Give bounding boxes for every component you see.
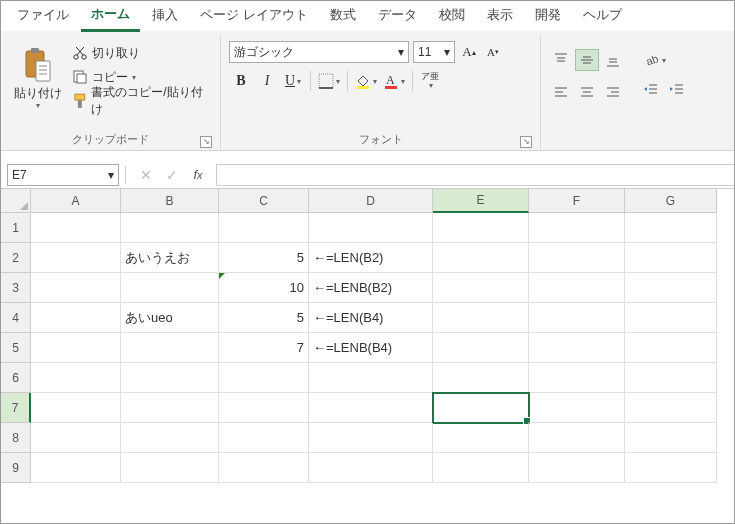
cell-G3[interactable] [625,273,717,303]
enter-formula-button[interactable]: ✓ [160,164,184,186]
row-header-7[interactable]: 7 [1,393,31,423]
increase-indent-button[interactable] [665,79,689,101]
phonetic-button[interactable]: ア亜 ▾ [418,69,442,93]
dialog-launcher-icon[interactable]: ↘ [520,136,532,148]
row-header-9[interactable]: 9 [1,453,31,483]
formula-input[interactable] [216,164,734,186]
menu-tab-校閲[interactable]: 校閲 [429,2,475,30]
font-size-select[interactable]: 11 ▾ [413,41,455,63]
underline-button[interactable]: U ▾ [281,69,305,93]
column-header-B[interactable]: B [121,189,219,213]
dialog-launcher-icon[interactable]: ↘ [200,136,212,148]
cell-B3[interactable] [121,273,219,303]
menu-tab-開発[interactable]: 開発 [525,2,571,30]
cell-B7[interactable] [121,393,219,423]
cell-C3[interactable]: 10 [219,273,309,303]
cell-C5[interactable]: 7 [219,333,309,363]
cell-E3[interactable] [433,273,529,303]
cell-B8[interactable] [121,423,219,453]
cell-F6[interactable] [529,363,625,393]
cell-E8[interactable] [433,423,529,453]
paste-button[interactable]: 貼り付け ▾ [9,37,68,119]
cell-E4[interactable] [433,303,529,333]
font-name-select[interactable]: 游ゴシック ▾ [229,41,409,63]
row-header-8[interactable]: 8 [1,423,31,453]
cell-A2[interactable] [31,243,121,273]
cell-C4[interactable]: 5 [219,303,309,333]
name-box[interactable]: E7 ▾ [7,164,119,186]
cell-F5[interactable] [529,333,625,363]
cell-G4[interactable] [625,303,717,333]
cell-E6[interactable] [433,363,529,393]
row-header-6[interactable]: 6 [1,363,31,393]
menu-tab-ページ レイアウト[interactable]: ページ レイアウト [190,2,318,30]
cell-A8[interactable] [31,423,121,453]
row-header-2[interactable]: 2 [1,243,31,273]
cell-D7[interactable] [309,393,433,423]
align-top-button[interactable] [549,49,573,71]
cell-D3[interactable]: ←=LENB(B2) [309,273,433,303]
insert-function-button[interactable]: fx [186,164,210,186]
cell-G8[interactable] [625,423,717,453]
cell-C7[interactable] [219,393,309,423]
row-header-4[interactable]: 4 [1,303,31,333]
cell-G6[interactable] [625,363,717,393]
cell-F2[interactable] [529,243,625,273]
cell-B9[interactable] [121,453,219,483]
cell-F8[interactable] [529,423,625,453]
cell-B4[interactable]: あいueo [121,303,219,333]
row-header-5[interactable]: 5 [1,333,31,363]
column-header-F[interactable]: F [529,189,625,213]
align-middle-button[interactable] [575,49,599,71]
font-color-button[interactable]: A ▾ [381,69,407,93]
cell-D5[interactable]: ←=LENB(B4) [309,333,433,363]
align-bottom-button[interactable] [601,49,625,71]
menu-tab-ファイル[interactable]: ファイル [7,2,79,30]
cell-D4[interactable]: ←=LEN(B4) [309,303,433,333]
cell-C1[interactable] [219,213,309,243]
cell-B6[interactable] [121,363,219,393]
cell-G7[interactable] [625,393,717,423]
cell-F9[interactable] [529,453,625,483]
cell-F4[interactable] [529,303,625,333]
cell-G9[interactable] [625,453,717,483]
cell-E9[interactable] [433,453,529,483]
cell-C6[interactable] [219,363,309,393]
cell-F1[interactable] [529,213,625,243]
decrease-indent-button[interactable] [639,79,663,101]
align-center-button[interactable] [575,81,599,103]
row-header-3[interactable]: 3 [1,273,31,303]
cell-E2[interactable] [433,243,529,273]
select-all-corner[interactable] [1,189,31,213]
menu-tab-ヘルプ[interactable]: ヘルプ [573,2,632,30]
column-header-C[interactable]: C [219,189,309,213]
cell-G1[interactable] [625,213,717,243]
cell-B5[interactable] [121,333,219,363]
decrease-font-button[interactable]: A▾ [483,41,503,63]
cell-A5[interactable] [31,333,121,363]
cell-D6[interactable] [309,363,433,393]
cell-C9[interactable] [219,453,309,483]
column-header-D[interactable]: D [309,189,433,213]
orientation-button[interactable]: ab ▾ [639,49,671,71]
cell-D2[interactable]: ←=LEN(B2) [309,243,433,273]
increase-font-button[interactable]: A▴ [459,41,479,63]
cell-D8[interactable] [309,423,433,453]
menu-tab-データ[interactable]: データ [368,2,427,30]
column-header-A[interactable]: A [31,189,121,213]
menu-tab-挿入[interactable]: 挿入 [142,2,188,30]
cell-F3[interactable] [529,273,625,303]
cell-C8[interactable] [219,423,309,453]
column-header-E[interactable]: E [433,189,529,213]
format-painter-button[interactable]: 書式のコピー/貼り付け [72,91,212,111]
cell-A9[interactable] [31,453,121,483]
cell-F7[interactable] [529,393,625,423]
menu-tab-表示[interactable]: 表示 [477,2,523,30]
row-header-1[interactable]: 1 [1,213,31,243]
cell-D1[interactable] [309,213,433,243]
cell-A1[interactable] [31,213,121,243]
cell-E1[interactable] [433,213,529,243]
cell-A7[interactable] [31,393,121,423]
cancel-formula-button[interactable]: ✕ [134,164,158,186]
cell-C2[interactable]: 5 [219,243,309,273]
